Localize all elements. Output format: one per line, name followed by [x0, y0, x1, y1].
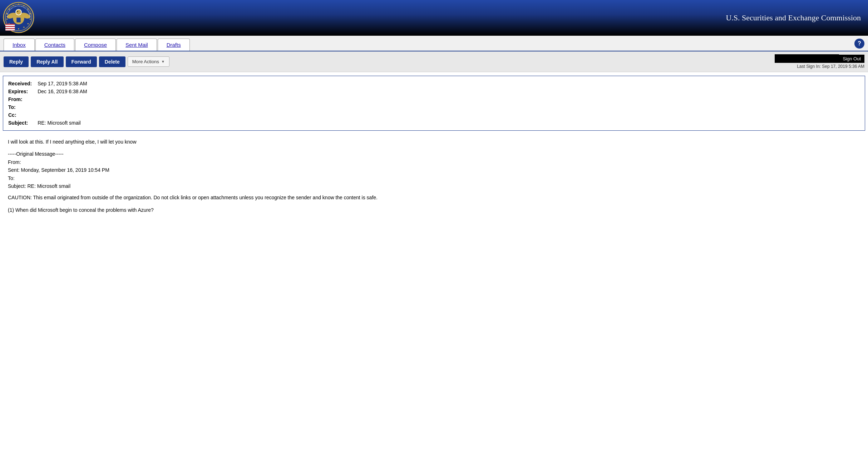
dropdown-arrow-icon: ▼ [161, 60, 165, 64]
delete-button[interactable]: Delete [99, 56, 125, 67]
last-sign-in-text: Last Sign In: Sep 17, 2019 5:36 AM [797, 64, 864, 69]
tab-drafts[interactable]: Drafts [158, 39, 190, 51]
svg-point-8 [23, 27, 25, 28]
tab-contacts[interactable]: Contacts [35, 39, 74, 51]
caution-text: CAUTION: This email originated from outs… [8, 194, 860, 201]
expires-value: Dec 16, 2019 6:38 AM [38, 88, 87, 95]
to-value [38, 103, 87, 111]
original-header-line: -----Original Message----- [8, 150, 860, 158]
cc-label: Cc: [8, 111, 38, 119]
more-actions-label: More Actions [132, 59, 159, 64]
expires-row: Expires: Dec 16, 2019 6:38 AM [8, 88, 87, 95]
sec-seal: U.S. SECURITIES AND EXCHANGE COMMISSION [3, 2, 35, 34]
sign-out-area: Sign Out Last Sign In: Sep 17, 2019 5:36… [775, 54, 864, 69]
original-message: -----Original Message----- From: Sent: M… [8, 150, 860, 190]
cc-value [38, 111, 87, 119]
to-label: To: [8, 103, 38, 111]
svg-rect-26 [5, 27, 15, 28]
svg-rect-27 [5, 29, 15, 31]
svg-point-6 [30, 19, 31, 20]
reply-all-button[interactable]: Reply All [31, 56, 63, 67]
svg-point-12 [6, 19, 8, 20]
from-label: From: [8, 95, 38, 103]
user-info-box [775, 54, 839, 63]
original-from-line: From: [8, 158, 860, 166]
tab-compose[interactable]: Compose [75, 39, 116, 51]
navigation-tabs: Inbox Contacts Compose Sent Mail Drafts … [0, 36, 868, 51]
svg-point-9 [18, 28, 19, 30]
subject-label: Subject: [8, 119, 38, 127]
tab-sent-mail[interactable]: Sent Mail [117, 39, 157, 51]
header-title: U.S. Securities and Exchange Commission [726, 13, 861, 22]
email-body: I will look at this. If I need anything … [3, 134, 865, 222]
question-text: (1) When did Microsoft begin to conceal … [8, 206, 860, 214]
received-row: Received: Sep 17, 2019 5:38 AM [8, 80, 87, 88]
svg-point-3 [23, 5, 25, 6]
subject-value: RE: Microsoft smail [38, 119, 87, 127]
body-line1: I will look at this. If I need anything … [8, 138, 860, 146]
tab-inbox[interactable]: Inbox [4, 39, 35, 51]
svg-point-2 [18, 4, 19, 5]
svg-rect-25 [5, 25, 15, 26]
to-row: To: [8, 103, 87, 111]
sign-out-button[interactable]: Sign Out [839, 55, 864, 63]
original-sent-line: Sent: Monday, September 16, 2019 10:54 P… [8, 166, 860, 174]
more-actions-button[interactable]: More Actions ▼ [128, 56, 169, 67]
original-to-line: To: [8, 174, 860, 182]
expires-label: Expires: [8, 88, 38, 95]
help-button[interactable]: ? [854, 39, 864, 49]
forward-button[interactable]: Forward [66, 56, 97, 67]
svg-point-7 [28, 23, 29, 25]
received-label: Received: [8, 80, 38, 88]
email-header: Received: Sep 17, 2019 5:38 AM Expires: … [3, 76, 865, 131]
subject-row: Subject: RE: Microsoft smail [8, 119, 87, 127]
svg-point-15 [13, 5, 14, 6]
svg-rect-23 [16, 18, 21, 22]
page-header: U.S. SECURITIES AND EXCHANGE COMMISSION … [0, 0, 868, 36]
from-value [38, 95, 87, 103]
received-value: Sep 17, 2019 5:38 AM [38, 80, 87, 88]
original-subject-line: Subject: RE: Microsoft smail [8, 182, 860, 190]
reply-button[interactable]: Reply [4, 56, 29, 67]
cc-row: Cc: [8, 111, 87, 119]
from-row: From: [8, 95, 87, 103]
toolbar: Reply Reply All Forward Delete More Acti… [0, 51, 868, 72]
svg-point-22 [17, 11, 18, 12]
